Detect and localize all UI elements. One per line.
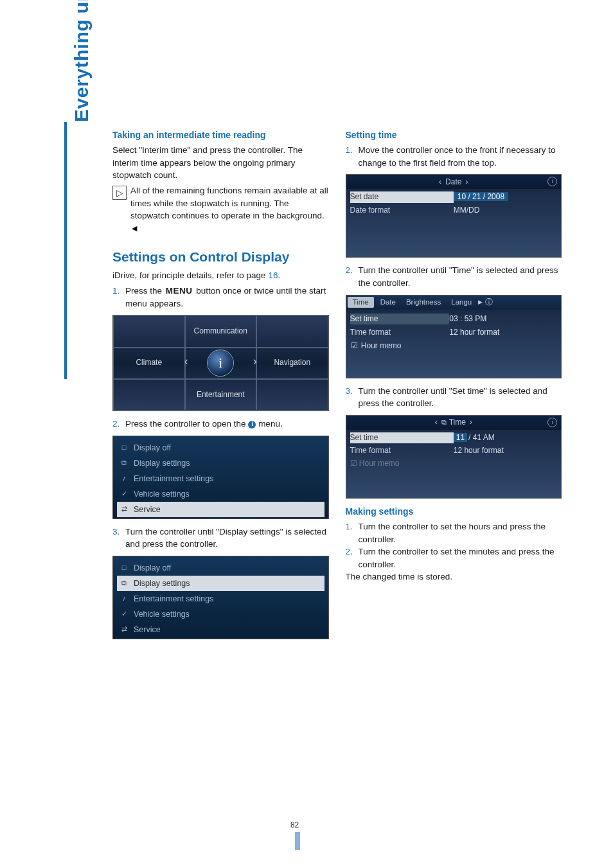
info-circle-icon: i bbox=[547, 418, 557, 427]
list-item: □Display off bbox=[117, 560, 324, 576]
step-body: Turn the controller to set the minutes a… bbox=[359, 545, 562, 571]
row-value: 03 : 53 PM bbox=[449, 314, 557, 324]
page-link-16[interactable]: 16 bbox=[268, 270, 278, 280]
making-step-1: 1. Turn the controller to set the hours … bbox=[346, 520, 562, 545]
list-item-label: Entertainment settings bbox=[134, 473, 213, 484]
row-value: 12 hour format bbox=[454, 445, 557, 456]
figure-idrive-start-menu: Communication Climate i Navigation Enter… bbox=[112, 315, 329, 411]
step-number: 2. bbox=[346, 545, 359, 571]
table-row: Set date10 / 21 / 2008 bbox=[350, 191, 558, 202]
list-item: ((•Communication settings bbox=[117, 517, 324, 518]
list-item-icon: ♪ bbox=[118, 594, 130, 603]
making-step-2: 2. Turn the controller to set the minute… bbox=[346, 545, 562, 571]
checkbox-icon: ☑ bbox=[350, 342, 359, 351]
step-number: 2. bbox=[112, 418, 125, 430]
list-item-icon: ⧉ bbox=[118, 459, 130, 468]
left-column: Taking an intermediate time reading Sele… bbox=[112, 128, 329, 646]
figure-settings-list-a: □Display off⧉Display settings♪Entertainm… bbox=[112, 436, 329, 519]
body-interim-time: Select "Interim time" and press the cont… bbox=[112, 144, 329, 182]
step-number: 1. bbox=[346, 144, 359, 169]
heading-settings-control-display: Settings on Control Display bbox=[112, 249, 329, 265]
table-row: Time format12 hour format bbox=[350, 327, 558, 338]
step1-a: Press the bbox=[125, 286, 164, 296]
list-item: ✓Vehicle settings bbox=[117, 486, 324, 502]
figure-set-time: ‹ ⧉ Time › i Set time11/ 41 AMTime forma… bbox=[346, 415, 562, 499]
table-row: ☑ Hour memo bbox=[350, 458, 558, 469]
section-side-label: Everything under control bbox=[71, 0, 93, 122]
step-body: Turn the controller until "Time" is sele… bbox=[359, 264, 562, 289]
list-item-label: Service bbox=[134, 504, 161, 515]
info-callout: ▷ All of the remaining functions remain … bbox=[112, 184, 329, 237]
row-value: 10 / 21 / 2008 bbox=[454, 191, 557, 202]
page-mark bbox=[295, 832, 300, 850]
info-text-body: All of the remaining functions remain av… bbox=[130, 186, 328, 220]
chevron-left-icon: ‹ bbox=[435, 417, 438, 428]
info-circle-icon: ⓘ bbox=[485, 297, 493, 308]
left-step-3: 3. Turn the controller until "Display se… bbox=[112, 526, 329, 551]
list-item-icon: □ bbox=[118, 563, 130, 572]
list-item-label: Vehicle settings bbox=[134, 608, 190, 620]
tab: Langu bbox=[446, 297, 477, 308]
idrive-ref-b: . bbox=[278, 270, 280, 280]
step-number: 3. bbox=[346, 385, 359, 410]
step2-a: Press the controller to open the bbox=[125, 419, 248, 429]
tab: Brightness bbox=[401, 297, 446, 308]
right-step-1: 1. Move the controller once to the front… bbox=[346, 144, 562, 169]
row-value: MM/DD bbox=[454, 205, 557, 216]
table-row: Set time03 : 53 PM bbox=[350, 314, 558, 324]
step-body: Press the MENU button once or twice unti… bbox=[125, 285, 329, 310]
step-number: 1. bbox=[112, 285, 125, 310]
step-body: Press the controller to open the i menu. bbox=[125, 418, 329, 430]
table-row: Date formatMM/DD bbox=[350, 205, 558, 216]
tab-time: Time bbox=[449, 417, 466, 428]
time-stored-text: The changed time is stored. bbox=[346, 571, 562, 583]
checkbox-icon: ☑ bbox=[350, 459, 357, 468]
list-item-label: Display settings bbox=[134, 578, 190, 589]
figure-settings-list-b: □Display off⧉Display settings♪Entertainm… bbox=[112, 556, 329, 639]
list-item-label: Display off bbox=[134, 562, 171, 574]
info-circle-icon: i bbox=[547, 177, 557, 186]
figure-time-tabs: TimeDateBrightnessLangu▶ⓘ Set time03 : 5… bbox=[346, 295, 562, 378]
step-body: Turn the controller to set the hours and… bbox=[359, 520, 562, 545]
end-triangle-icon: ◀ bbox=[132, 224, 137, 234]
info-text: All of the remaining functions remain av… bbox=[130, 184, 329, 235]
info-i-icon-inline: i bbox=[248, 421, 256, 429]
right-step-3: 3. Turn the controller until "Set time" … bbox=[346, 385, 562, 410]
info-i-icon: i bbox=[208, 350, 233, 376]
step-number: 2. bbox=[346, 264, 359, 289]
idrive-top: Communication bbox=[185, 315, 257, 347]
chevron-right-icon: › bbox=[470, 417, 472, 428]
table-row: Time format12 hour format bbox=[350, 445, 558, 456]
idrive-left: Climate bbox=[113, 348, 185, 379]
list-item: ⧉Display settings bbox=[117, 456, 324, 471]
right-column: Setting time 1. Move the controller once… bbox=[346, 128, 562, 646]
list-item: ♪Entertainment settings bbox=[117, 591, 324, 607]
heading-interim-time: Taking an intermediate time reading bbox=[112, 128, 329, 141]
chevron-left-icon: ‹ bbox=[184, 353, 188, 369]
list-item: ⧉Display settings bbox=[117, 576, 324, 591]
list-item-icon: ⇄ bbox=[118, 625, 130, 634]
settings-icon: ⧉ bbox=[441, 418, 447, 428]
heading-setting-time: Setting time bbox=[346, 128, 562, 141]
tab-date: Date bbox=[445, 177, 461, 188]
figure-date-settings: ‹ Date › i Set date10 / 21 / 2008Date fo… bbox=[346, 174, 562, 258]
list-item-label: Entertainment settings bbox=[134, 593, 213, 605]
list-item-icon: ⧉ bbox=[118, 579, 130, 588]
list-item-icon: ✓ bbox=[118, 610, 130, 619]
row-value: 12 hour format bbox=[449, 327, 557, 338]
list-item: ((•Communication settings bbox=[117, 637, 324, 639]
idrive-ref-line: iDrive, for principle details, refer to … bbox=[112, 269, 329, 282]
list-item-icon: ✓ bbox=[118, 490, 130, 499]
tab: Time bbox=[348, 297, 374, 308]
row-key: ☑ Hour memo bbox=[350, 341, 450, 351]
list-item-icon: ⇄ bbox=[118, 505, 130, 514]
step-number: 1. bbox=[346, 520, 359, 545]
row-key: Set date bbox=[350, 191, 454, 202]
list-item-icon: □ bbox=[118, 443, 130, 452]
list-item: ✓Vehicle settings bbox=[117, 607, 324, 622]
idrive-bottom: Entertainment bbox=[185, 379, 257, 411]
list-item-label: Service bbox=[134, 624, 161, 635]
step-number: 3. bbox=[112, 526, 125, 551]
step-body: Move the controller once to the front if… bbox=[359, 144, 562, 169]
menu-button-label: MENU bbox=[164, 286, 194, 296]
